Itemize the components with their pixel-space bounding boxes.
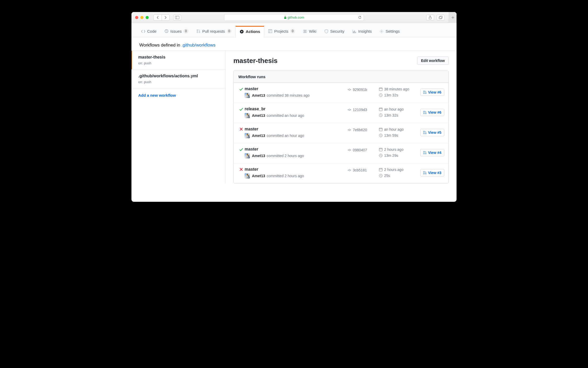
run-branch[interactable]: release_br: [245, 107, 348, 111]
run-sha[interactable]: 7e6b620: [348, 127, 379, 132]
main-header: master-thesis Edit workflow: [233, 56, 449, 65]
avatar[interactable]: [245, 93, 250, 98]
tab-projects[interactable]: Projects 0: [264, 25, 299, 37]
tab-code[interactable]: Code: [137, 26, 160, 37]
run-committer: Amet13 committed 2 hours ago: [245, 173, 348, 179]
play-circle-icon: [240, 30, 244, 34]
x-icon: [239, 168, 243, 171]
minimize-window-button[interactable]: [140, 16, 143, 19]
run-sha[interactable]: 0980407: [348, 147, 379, 152]
back-forward-group: [153, 14, 170, 21]
commit-time: committed an hour ago: [267, 113, 304, 118]
back-button[interactable]: [154, 15, 162, 20]
commit-icon: [348, 128, 351, 132]
svg-rect-67: [379, 168, 382, 171]
tab-security[interactable]: Security: [320, 26, 348, 37]
commit-time: committed 2 hours ago: [267, 154, 304, 158]
pull-request-icon: [423, 151, 427, 154]
forward-button[interactable]: [162, 15, 169, 20]
run-branch[interactable]: master: [245, 167, 348, 172]
calendar-icon: [379, 107, 383, 111]
svg-point-53: [349, 149, 350, 151]
view-run-button[interactable]: View #6: [420, 89, 444, 96]
run-sha[interactable]: 929091b: [348, 87, 379, 92]
svg-rect-17: [354, 31, 355, 33]
run-row: master Amet13 committed 38 minutes ago 9…: [234, 83, 448, 103]
sidebar-item-workflow-0[interactable]: master-thesis on: push: [131, 51, 225, 70]
actor-name[interactable]: Amet13: [252, 174, 265, 178]
svg-point-41: [425, 113, 426, 114]
run-branch[interactable]: master: [245, 127, 348, 131]
edit-workflow-button[interactable]: Edit workflow: [417, 56, 449, 65]
check-icon: [239, 87, 243, 91]
avatar[interactable]: [245, 133, 250, 138]
sidebar-toggle-button[interactable]: [173, 15, 181, 20]
run-branch[interactable]: master: [245, 87, 348, 91]
run-row: release_br Amet13 committed an hour ago …: [234, 103, 448, 123]
share-button[interactable]: [426, 15, 434, 20]
tab-pulls-label: Pull requests: [202, 29, 225, 33]
sidebar-item-workflow-1[interactable]: .github/workflows/actions.yml on: push: [131, 70, 225, 88]
svg-point-63: [425, 153, 426, 154]
avatar[interactable]: [245, 173, 250, 179]
subheader: Workflows defined in .github/workflows: [131, 37, 457, 50]
calendar-icon: [379, 168, 383, 171]
new-tab-button[interactable]: [449, 12, 457, 23]
add-workflow-link[interactable]: Add a new workflow: [131, 88, 225, 102]
avatar[interactable]: [245, 113, 250, 118]
tab-insights[interactable]: Insights: [348, 26, 376, 37]
clock-icon: [379, 113, 383, 117]
tab-insights-label: Insights: [358, 29, 372, 33]
tab-settings[interactable]: Settings: [376, 26, 403, 37]
code-icon: [141, 29, 145, 33]
svg-point-8: [166, 32, 167, 32]
workflow-trigger: on: push: [138, 61, 219, 65]
view-run-button[interactable]: View #5: [420, 129, 444, 136]
tab-wiki[interactable]: Wiki: [299, 26, 320, 37]
run-status: [238, 127, 245, 131]
commit-time: committed an hour ago: [267, 134, 304, 138]
close-window-button[interactable]: [135, 16, 138, 19]
svg-point-52: [425, 133, 426, 134]
tab-settings-label: Settings: [385, 29, 400, 33]
svg-point-39: [424, 111, 424, 112]
view-run-button[interactable]: View #6: [420, 109, 444, 116]
run-sha[interactable]: 3cb5181: [348, 167, 379, 172]
sidebar-icon: [175, 16, 179, 19]
view-run-button[interactable]: View #4: [420, 149, 444, 156]
run-status: [238, 107, 245, 111]
svg-point-19: [381, 31, 382, 32]
run-sha[interactable]: 12109d3: [348, 107, 379, 112]
page-title: master-thesis: [233, 57, 278, 65]
url-bar[interactable]: github.com: [224, 14, 364, 21]
titlebar: github.com: [131, 12, 457, 23]
tab-issues[interactable]: Issues 0: [160, 25, 192, 37]
run-duration: 13m 32s: [379, 93, 416, 97]
clock-icon: [379, 93, 383, 97]
run-info: master Amet13 committed 2 hours ago: [245, 167, 348, 179]
sidebar: master-thesis on: push .github/workflows…: [131, 50, 226, 183]
workflows-link[interactable]: .github/workflows: [181, 43, 215, 48]
view-run-button[interactable]: View #3: [420, 169, 444, 176]
actor-name[interactable]: Amet13: [252, 93, 265, 97]
commit-icon: [348, 148, 351, 152]
svg-point-40: [424, 113, 424, 114]
pull-request-icon: [423, 111, 427, 114]
run-committer: Amet13 committed an hour ago: [245, 113, 348, 118]
tabs-button[interactable]: [437, 15, 445, 20]
tab-actions[interactable]: Actions: [235, 26, 264, 37]
pull-request-icon: [423, 131, 427, 134]
run-duration: 13m 59s: [379, 133, 416, 137]
runs-box: Workflow runs master Amet13 committed 38…: [233, 71, 449, 183]
run-duration: 25s: [379, 174, 416, 178]
zoom-window-button[interactable]: [146, 16, 149, 19]
reload-button[interactable]: [358, 16, 362, 19]
actor-name[interactable]: Amet13: [252, 113, 265, 118]
run-row: master Amet13 committed an hour ago 7e6b…: [234, 123, 448, 143]
run-branch[interactable]: master: [245, 147, 348, 152]
run-committer: Amet13 committed 2 hours ago: [245, 153, 348, 158]
actor-name[interactable]: Amet13: [252, 154, 265, 158]
tab-pulls[interactable]: Pull requests 0: [192, 25, 235, 37]
actor-name[interactable]: Amet13: [252, 134, 265, 138]
avatar[interactable]: [245, 153, 250, 158]
